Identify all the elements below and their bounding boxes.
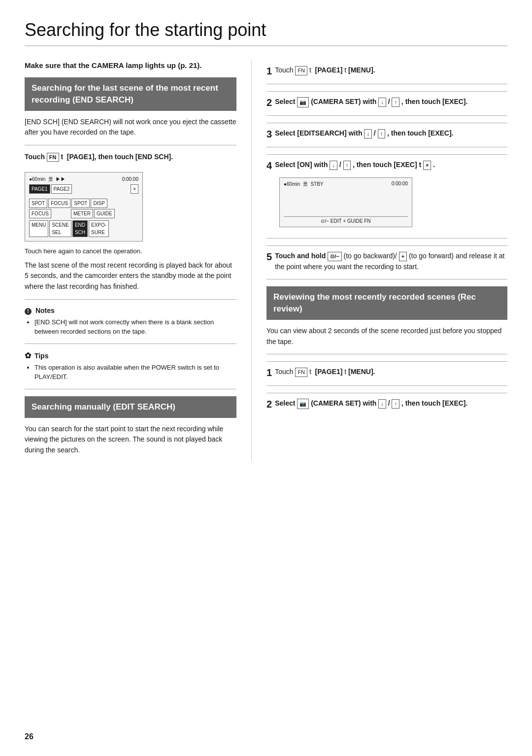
tips-section: ✿ Tips This operation is also available … xyxy=(25,351,236,382)
step2-text: Select 📷 (CAMERA SET) with ↓ / ↑ , then … xyxy=(275,98,467,105)
down-key-s2: ↓ xyxy=(378,98,386,107)
step1-block: 1 Touch FN t [PAGE1] t [MENU]. xyxy=(266,60,507,77)
notes-section: ! Notes [END SCH] will not work correctl… xyxy=(25,307,236,337)
lcd2-header: ●60min 景 STBY 0:00:00 xyxy=(284,181,408,188)
lcd-scene-sel: SCENESEL xyxy=(49,220,71,237)
divider-r6 xyxy=(266,354,507,354)
divider-r3 xyxy=(266,147,507,147)
screen-note: Touch here again to cancel the operation… xyxy=(25,246,236,256)
lcd2-body xyxy=(284,189,408,216)
step5-mid: (to go backward)/ xyxy=(344,252,397,260)
tips-list: This operation is also available when th… xyxy=(34,363,236,382)
tips-icon: ✿ xyxy=(25,351,31,360)
step4-block: 4 Select [ON] with ↓ / ↑ , then touch [E… xyxy=(266,154,507,231)
fn-key: FN xyxy=(47,153,59,162)
rec-step2-content: 2 Select 📷 (CAMERA SET) with ↓ / ↑ , the… xyxy=(266,398,507,410)
camera-icon-rs2: 📷 xyxy=(297,399,309,409)
step1-num: 1 xyxy=(266,65,272,77)
x-key-s4: × xyxy=(423,161,431,170)
divider-r5 xyxy=(266,279,507,279)
divider1 xyxy=(25,145,236,145)
divider-r1 xyxy=(266,84,507,84)
rec-step2-block: 2 Select 📷 (CAMERA SET) with ↓ / ↑ , the… xyxy=(266,393,507,410)
divider4 xyxy=(25,389,236,389)
down-key-s3: ↓ xyxy=(364,129,372,138)
rec-review-body: You can view about 2 seconds of the scen… xyxy=(266,326,507,347)
step2-content: 2 Select 📷 (CAMERA SET) with ↓ / ↑ , the… xyxy=(266,97,507,108)
fn-key-rs1: FN xyxy=(295,368,307,377)
plus-key: + xyxy=(399,252,407,261)
step5-content: 5 Touch and hold ⊙/− (to go backward)/ +… xyxy=(266,251,507,272)
lcd2-header-right: 0:00:00 xyxy=(392,181,408,188)
minus-key: ⊙/− xyxy=(328,252,341,261)
step5-touch-hold: Touch and hold xyxy=(275,252,326,260)
step1-text: Touch FN t [PAGE1] t [MENU]. xyxy=(275,66,375,74)
divider-r2 xyxy=(266,115,507,116)
section1-body1: [END SCH] (END SEARCH) will not work onc… xyxy=(25,117,236,138)
up-key-rs2: ↑ xyxy=(392,399,399,409)
note-item-1: [END SCH] will not work correctly when t… xyxy=(34,317,236,337)
lcd-end-sch: ENDSCH xyxy=(72,220,88,237)
step1-content: 1 Touch FN t [PAGE1] t [MENU]. xyxy=(266,65,507,77)
step4-content: 4 Select [ON] with ↓ / ↑ , then touch [E… xyxy=(266,160,507,172)
fn-key-r1: FN xyxy=(295,66,307,75)
lcd-close: × xyxy=(131,184,138,194)
lcd2-bottom: ⊙/− EDIT + GUIDE FN xyxy=(284,216,408,224)
lcd-spot: SPOT xyxy=(29,199,47,208)
down-key-rs2: ↓ xyxy=(378,399,386,409)
notes-label: Notes xyxy=(35,307,55,314)
divider-r4 xyxy=(266,238,507,239)
page-number: 26 xyxy=(25,732,33,741)
step5-block: 5 Touch and hold ⊙/− (to go backward)/ +… xyxy=(266,245,507,272)
step5-text: Touch and hold ⊙/− (to go backward)/ + (… xyxy=(275,252,504,271)
up-key-s2: ↑ xyxy=(392,98,399,107)
lcd2-header-left: ●60min 景 STBY xyxy=(284,181,324,188)
divider2 xyxy=(25,299,236,300)
rec-step1-num: 1 xyxy=(266,367,272,378)
lcd-guide: GUIDE xyxy=(94,209,115,218)
lcd-disp: DISP xyxy=(91,199,107,208)
section1-body2: The last scene of the most recent record… xyxy=(25,260,236,292)
step4-num: 4 xyxy=(266,160,272,172)
notes-title: ! Notes xyxy=(25,307,236,315)
rec-review-header: Reviewing the most recently recorded sce… xyxy=(266,286,507,320)
lcd-page1: PAGE1 xyxy=(29,184,50,194)
lcd1-header-right: 0:00:00 xyxy=(122,175,138,183)
right-column: 1 Touch FN t [PAGE1] t [MENU]. 2 Select … xyxy=(251,60,507,461)
tip-item-1: This operation is also available when th… xyxy=(34,363,236,382)
lcd-focus2: FOCUS xyxy=(29,209,51,218)
section1-instruction: Touch FN t [PAGE1], then touch [END SCH]… xyxy=(25,152,236,162)
camera-icon-s2: 📷 xyxy=(297,97,309,107)
divider3 xyxy=(25,344,236,344)
lcd-page2: PAGE2 xyxy=(51,184,72,194)
step3-num: 3 xyxy=(266,128,272,140)
up-key-s3: ↑ xyxy=(378,129,386,138)
rec-step1-content: 1 Touch FN t [PAGE1] t [MENU]. xyxy=(266,367,507,378)
rec-step1-text: Touch FN t [PAGE1] t [MENU]. xyxy=(275,368,375,376)
intro-text: Make sure that the CAMERA lamp lights up… xyxy=(25,60,236,70)
lcd2-bottom-text: ⊙/− EDIT + GUIDE FN xyxy=(321,218,370,224)
lcd-meter: METER xyxy=(71,209,93,218)
left-column: Make sure that the CAMERA lamp lights up… xyxy=(25,60,251,461)
rec-step2-text: Select 📷 (CAMERA SET) with ↓ / ↑ , then … xyxy=(275,399,467,407)
rec-step2-num: 2 xyxy=(266,398,272,410)
step3-content: 3 Select [EDITSEARCH] with ↓ / ↑ , then … xyxy=(266,128,507,140)
up-key-s4: ↑ xyxy=(343,161,351,170)
section2-body: You can search for the start point to st… xyxy=(25,424,236,456)
notes-list: [END SCH] will not work correctly when t… xyxy=(34,317,236,337)
step4-text: Select [ON] with ↓ / ↑ , then touch [EXE… xyxy=(275,161,435,169)
lcd-spot2: SPOT xyxy=(71,199,90,208)
tips-label: Tips xyxy=(34,352,49,360)
lcd1-header-left: ●60min 景 ▶▶ xyxy=(29,175,66,183)
notes-icon: ! xyxy=(25,308,32,315)
tips-title: ✿ Tips xyxy=(25,351,236,360)
lcd-screen-2: ●60min 景 STBY 0:00:00 ⊙/− EDIT + GUIDE F… xyxy=(279,177,412,227)
step2-num: 2 xyxy=(266,97,272,108)
lcd-focus: FOCUS xyxy=(48,199,70,208)
step2-block: 2 Select 📷 (CAMERA SET) with ↓ / ↑ , the… xyxy=(266,91,507,108)
lcd-expo-sure: EXPO-SURE xyxy=(89,220,109,237)
section1-header: Searching for the last scene of the most… xyxy=(25,77,236,111)
step3-block: 3 Select [EDITSEARCH] with ↓ / ↑ , then … xyxy=(266,123,507,140)
lcd-menu: MENU xyxy=(29,220,48,237)
page-title: Searching for the starting point xyxy=(25,20,507,46)
